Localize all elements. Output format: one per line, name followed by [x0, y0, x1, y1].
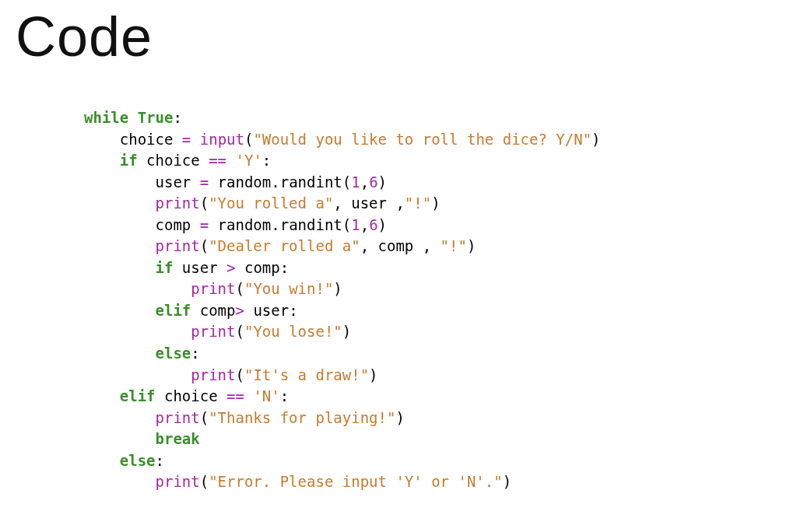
code-token: ): [503, 473, 511, 490]
code-token: comp: [236, 259, 280, 276]
code-token: print: [156, 194, 200, 212]
code-token: "!": [405, 194, 431, 212]
code-token: randint: [280, 173, 342, 191]
code-token: random: [209, 216, 271, 233]
code-block: while True: choice = input("Would you li…: [84, 107, 601, 493]
code-token: (: [200, 237, 209, 254]
code-line: if user > comp:: [84, 257, 601, 279]
code-token: user: [156, 173, 200, 191]
code-line: print("You rolled a", user ,"!"): [84, 193, 601, 215]
code-token: print: [191, 366, 235, 383]
code-token: .: [271, 173, 279, 191]
code-token: ): [467, 237, 476, 254]
code-token: "!": [441, 237, 467, 254]
code-token: choice: [120, 131, 182, 148]
code-token: ,: [360, 216, 369, 233]
code-token: ==: [226, 387, 244, 404]
code-token: (: [235, 366, 244, 383]
code-token: "Would you like to roll the dice? Y/N": [253, 131, 592, 148]
code-line: break: [84, 429, 601, 450]
code-token: user: [173, 259, 226, 276]
code-token: else: [156, 345, 191, 362]
code-token: :: [280, 259, 289, 276]
code-token: ): [378, 173, 387, 191]
code-line: print("Dealer rolled a", comp , "!"): [84, 236, 601, 257]
code-token: elif: [156, 302, 191, 319]
code-token: ): [369, 366, 377, 383]
code-token: 1: [351, 216, 360, 233]
code-line: print("It's a draw!"): [84, 365, 601, 387]
code-token: >: [226, 259, 235, 276]
code-token: (: [342, 216, 351, 233]
code-token: break: [156, 430, 200, 447]
code-token: if: [156, 259, 174, 276]
code-token: [226, 152, 235, 169]
code-token: (: [244, 131, 253, 148]
code-line: choice = input("Would you like to roll t…: [84, 129, 601, 151]
code-token: , user ,: [333, 194, 405, 212]
code-token: ==: [209, 152, 226, 169]
code-token: 6: [369, 216, 377, 233]
code-token: (: [342, 173, 351, 191]
code-token: :: [173, 109, 181, 126]
code-token: print: [156, 409, 200, 426]
code-token: , comp ,: [360, 237, 441, 254]
code-token: =: [200, 173, 209, 191]
code-token: =: [182, 131, 191, 148]
code-token: =: [200, 216, 209, 233]
code-token: 1: [351, 173, 360, 191]
code-token: ): [342, 323, 351, 340]
code-token: ): [431, 194, 440, 212]
code-line: elif choice == 'N':: [84, 386, 601, 408]
code-token: ): [378, 216, 387, 233]
code-line: elif comp> user:: [84, 300, 601, 322]
code-line: else:: [84, 450, 601, 472]
code-line: print("Thanks for playing!"): [84, 408, 601, 429]
code-token: ,: [360, 173, 369, 191]
code-line: if choice == 'Y':: [84, 150, 601, 172]
code-token: 'N': [253, 387, 279, 404]
code-token: ): [333, 280, 342, 297]
code-token: "Thanks for playing!": [209, 409, 395, 426]
code-token: comp: [191, 302, 235, 319]
code-token: [244, 387, 253, 404]
code-line: else:: [84, 343, 601, 365]
code-token: :: [289, 302, 297, 319]
code-token: :: [262, 152, 271, 169]
slide-title: Code: [16, 5, 153, 68]
code-token: ): [395, 409, 404, 426]
code-token: .: [271, 216, 279, 233]
code-token: "Error. Please input 'Y' or 'N'.": [209, 473, 503, 490]
code-token: [128, 109, 137, 126]
code-token: input: [200, 131, 244, 148]
code-token: [191, 131, 199, 148]
code-token: randint: [280, 216, 342, 233]
code-token: while: [84, 109, 128, 126]
code-token: comp: [156, 216, 200, 233]
code-line: print("You win!"): [84, 278, 601, 300]
code-token: else: [120, 452, 156, 469]
code-line: while True:: [84, 107, 601, 129]
code-line: comp = random.randint(1,6): [84, 215, 601, 236]
code-line: user = random.randint(1,6): [84, 172, 601, 194]
code-token: print: [191, 280, 235, 297]
code-token: (: [200, 194, 209, 212]
code-token: 6: [369, 173, 377, 191]
code-line: print("You lose!"): [84, 321, 601, 343]
code-token: >: [235, 302, 244, 319]
code-token: "Dealer rolled a": [209, 237, 360, 254]
code-token: "It's a draw!": [244, 366, 369, 383]
code-token: 'Y': [236, 152, 262, 169]
code-token: "You lose!": [244, 323, 342, 340]
code-token: :: [191, 345, 199, 362]
code-token: (: [200, 409, 209, 426]
code-token: "You rolled a": [209, 194, 333, 212]
code-token: choice: [156, 387, 227, 404]
code-token: :: [156, 452, 164, 469]
code-token: choice: [138, 152, 209, 169]
code-token: random: [209, 173, 271, 191]
code-token: user: [244, 302, 289, 319]
code-token: if: [120, 152, 138, 169]
code-token: (: [235, 280, 244, 297]
code-token: (: [200, 473, 209, 490]
